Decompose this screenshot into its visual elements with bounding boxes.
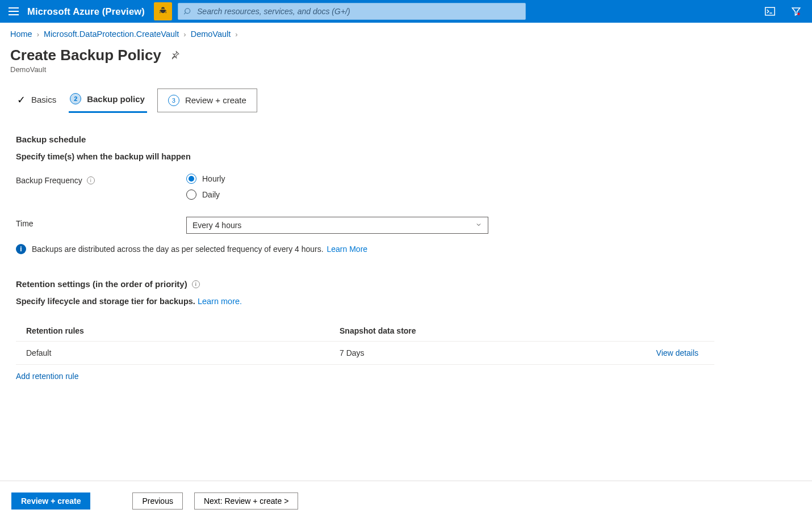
info-filled-icon: i — [16, 244, 26, 254]
time-select-value: Every 4 hours — [192, 221, 241, 230]
page-title-row: Create Backup Policy — [0, 42, 812, 64]
svg-rect-0 — [9, 7, 19, 9]
retention-subheading-text: Specify lifecycle and storage tier for b… — [16, 297, 198, 306]
filter-icon — [791, 6, 801, 16]
backup-frequency-radio-group: Hourly Daily — [186, 174, 225, 200]
cloud-shell-icon — [765, 7, 775, 16]
backup-frequency-label: Backup Frequency i — [16, 174, 186, 185]
tab-backup-policy[interactable]: 2 Backup policy — [69, 87, 147, 113]
breadcrumb-demovault[interactable]: DemoVault — [191, 30, 231, 39]
brand-label: Microsoft Azure (Preview) — [27, 6, 145, 17]
view-details-link[interactable]: View details — [656, 348, 698, 357]
radio-daily[interactable]: Daily — [186, 190, 225, 200]
radio-daily-label: Daily — [202, 190, 220, 199]
time-label: Time — [16, 217, 186, 228]
retention-rule-store: 7 Days — [340, 348, 606, 357]
schedule-info-learn-more-link[interactable]: Learn More — [327, 245, 368, 254]
info-icon[interactable]: i — [87, 176, 95, 184]
next-button[interactable]: Next: Review + create > — [194, 492, 298, 510]
svg-rect-3 — [765, 7, 775, 15]
retention-table-header: Retention rules Snapshot data store — [16, 321, 714, 342]
chevron-down-icon — [475, 221, 482, 230]
tab-review-create[interactable]: 3 Review + create — [157, 89, 257, 112]
step-number-3: 3 — [168, 95, 179, 106]
time-row: Time Every 4 hours — [16, 217, 796, 234]
radio-hourly[interactable]: Hourly — [186, 174, 225, 184]
chevron-right-icon: › — [235, 30, 237, 39]
svg-point-5 — [797, 12, 800, 15]
bug-icon — [158, 6, 168, 16]
tab-backup-policy-label: Backup policy — [87, 94, 145, 104]
top-bar: Microsoft Azure (Preview) — [0, 0, 812, 23]
radio-hourly-control[interactable] — [186, 174, 196, 184]
preview-bug-button[interactable] — [154, 2, 172, 20]
cloud-shell-button[interactable] — [760, 1, 780, 22]
hamburger-menu-button[interactable] — [6, 3, 22, 19]
schedule-info-text: Backups are distributed across the day a… — [32, 245, 324, 254]
time-select[interactable]: Every 4 hours — [186, 217, 488, 234]
retention-subheading: Specify lifecycle and storage tier for b… — [16, 297, 796, 306]
schedule-info-banner: i Backups are distributed across the day… — [16, 244, 796, 254]
info-icon[interactable]: i — [192, 280, 200, 288]
filter-button[interactable] — [786, 1, 806, 22]
page-subtitle: DemoVault — [0, 64, 812, 87]
backup-frequency-label-text: Backup Frequency — [16, 176, 82, 185]
chevron-right-icon: › — [183, 30, 186, 39]
retention-rule-name: Default — [26, 348, 340, 357]
retention-heading: Retention settings (in the order of prio… — [16, 279, 187, 289]
pin-button[interactable] — [170, 50, 180, 61]
tab-review-create-label: Review + create — [185, 95, 246, 105]
wizard-footer: Review + create Previous Next: Review + … — [0, 481, 812, 522]
breadcrumb-home[interactable]: Home — [10, 30, 32, 39]
search-icon — [184, 7, 192, 16]
wizard-tabs: ✓ Basics 2 Backup policy 3 Review + crea… — [0, 87, 812, 113]
col-header-store: Snapshot data store — [340, 326, 606, 335]
chevron-right-icon: › — [37, 30, 39, 39]
backup-schedule-subheading: Specify time(s) when the backup will hap… — [16, 152, 796, 161]
radio-daily-control[interactable] — [186, 190, 196, 200]
col-header-rules: Retention rules — [26, 326, 340, 335]
review-create-button[interactable]: Review + create — [11, 492, 90, 510]
main-content: Backup schedule Specify time(s) when the… — [0, 113, 812, 392]
add-retention-rule-link[interactable]: Add retention rule — [16, 372, 79, 381]
backup-schedule-heading: Backup schedule — [16, 134, 796, 144]
tab-basics-label: Basics — [31, 95, 56, 104]
svg-rect-2 — [9, 14, 19, 15]
breadcrumb: Home › Microsoft.DataProtection.CreateVa… — [0, 23, 812, 42]
search-input[interactable] — [197, 7, 520, 16]
retention-table: Retention rules Snapshot data store Defa… — [16, 321, 714, 365]
tab-basics[interactable]: ✓ Basics — [16, 88, 58, 113]
search-box[interactable] — [178, 3, 526, 20]
step-number-2: 2 — [70, 93, 81, 104]
breadcrumb-createvault[interactable]: Microsoft.DataProtection.CreateVault — [44, 30, 179, 39]
radio-hourly-label: Hourly — [202, 174, 225, 183]
backup-frequency-row: Backup Frequency i Hourly Daily — [16, 174, 796, 200]
hamburger-icon — [9, 7, 19, 15]
pin-icon — [170, 50, 180, 60]
retention-row-default: Default 7 Days View details — [16, 342, 714, 365]
time-label-text: Time — [16, 219, 34, 228]
checkmark-icon: ✓ — [17, 94, 26, 106]
retention-learn-more-link[interactable]: Learn more. — [198, 297, 242, 306]
retention-section: Retention settings (in the order of prio… — [16, 279, 796, 381]
svg-rect-1 — [9, 11, 19, 12]
previous-button[interactable]: Previous — [132, 492, 182, 510]
page-title: Create Backup Policy — [10, 47, 161, 64]
retention-heading-row: Retention settings (in the order of prio… — [16, 279, 796, 289]
